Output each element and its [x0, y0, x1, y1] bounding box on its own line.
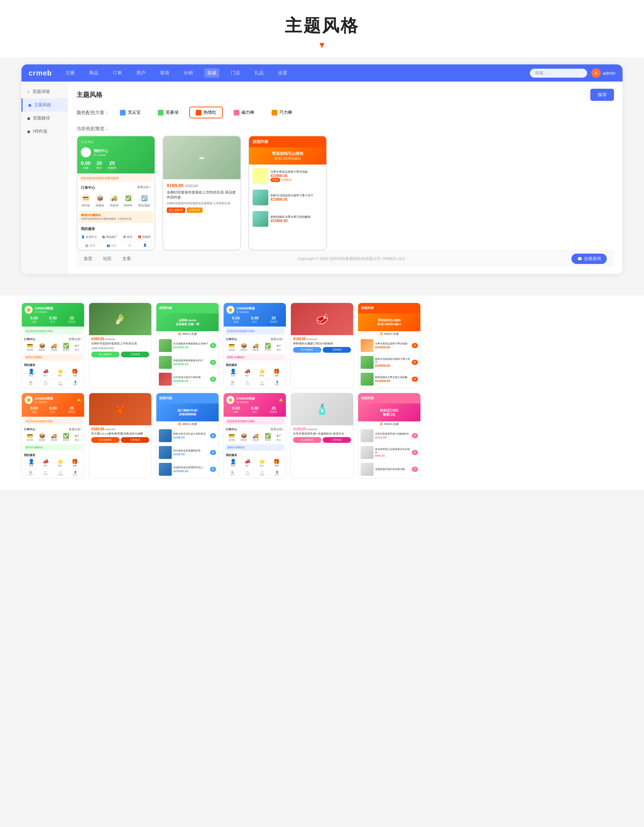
theme-name-pink: 磁力棒	[242, 109, 255, 115]
page-title-area: 主题风格 ▼	[0, 0, 644, 57]
arrow-down-icon: ▼	[0, 40, 644, 50]
preview-phones: 个人中心 我的中心 ID: 88888 0.00余额 20积分	[77, 136, 614, 250]
card-groupbuy-orange: 拼团列表 零添加纯毛山猪肉 静省口续消50减15 🔥 9999人在参 当季水果高…	[358, 303, 421, 389]
bottom-nav-home[interactable]: 首页	[84, 256, 92, 262]
admin-username: admin	[603, 70, 615, 76]
phone-product-img: 🛏	[163, 136, 241, 179]
preview-label: 当前色彩预览：	[77, 126, 614, 132]
nav-item-gifts[interactable]: 礼品	[252, 68, 267, 78]
mobile-grid-row2: 🙂 CRMEB商城ID: 888888 🔔 0.00余额 0.00积分 25优惠…	[22, 393, 622, 479]
h5-icon: ■	[27, 129, 30, 134]
phone-shop-name: 个人中心	[81, 140, 94, 145]
card-personal-green: 🙂 CRMEB商城ID: 888888 0.00余额 0.00积分 25优惠券 …	[22, 303, 84, 389]
theme-option-blue[interactable]: 无云宝	[113, 107, 147, 119]
theme-name-green: 芙蒼绿	[166, 109, 178, 115]
color-dot-blue	[120, 110, 126, 115]
theme-name-gold: 巧力棒	[280, 109, 292, 115]
card-personal-orange: 🙂 CRMEB商城ID: 888888 🔔 0.00余额 0.00积分 25优惠…	[22, 393, 84, 479]
color-dot-gold	[272, 110, 277, 115]
theme-option-pink[interactable]: 磁力棒	[227, 107, 261, 119]
admin-sidebar: ↑ 页面详情 ■ 主题风格 ■ 页面路径 ■ H5作选	[22, 81, 68, 274]
live-chat-icon: 💬	[577, 256, 583, 262]
theme-label: 颜色配色方案：	[77, 109, 109, 116]
sidebar-item-label: 页面详情	[33, 89, 50, 95]
theme-icon: ■	[28, 102, 31, 108]
admin-search-input[interactable]: 搜索...	[530, 69, 587, 78]
card-personal-blue: 🙂 CRMEB商城ID: 888888 0.00余额 0.00积分 25优惠券 …	[223, 303, 286, 389]
mobile-grid-section: 🙂 CRMEB商城ID: 888888 0.00余额 0.00积分 25优惠券 …	[0, 295, 644, 490]
live-chat-label: 在线咨询	[584, 256, 601, 262]
nav-item-distribution[interactable]: 分销	[181, 68, 196, 78]
nav-item-customer[interactable]: 客情	[157, 68, 172, 78]
live-chat-button[interactable]: 💬 在线咨询	[571, 254, 607, 264]
theme-name-blue: 无云宝	[128, 109, 141, 115]
sidebar-item-page-path[interactable]: ■ 页面路径	[22, 112, 67, 125]
nav-item-settings[interactable]: 设置	[275, 68, 290, 78]
phone-product-content: 🛏 ¥199.00 ¥100.00 全棉针织套装作套新款上市性价比高 床品套件四…	[163, 136, 241, 216]
card-groupbuy-seafood: 拼团列表 进口海鲜2件8折 深海招牌鲜购 🔥 9999人在参 新鲜大虾活冻礼盒大…	[156, 393, 219, 479]
sidebar-item-label: 主题风格	[34, 102, 51, 108]
phone-product-detail: 🛏 ¥199.00 ¥100.00 全棉针织套装作套新款上市性价比高 床品套件四…	[163, 136, 241, 250]
phone-personal-center: 个人中心 我的中心 ID: 88888 0.00余额 20积分	[77, 136, 155, 250]
page-path-icon: ■	[27, 115, 30, 121]
copyright: Copyright © 2020 深圳市快客网络科技有限公司 CRMEB v3.…	[298, 256, 404, 262]
admin-bottom-nav: 首页 社区 文章 Copyright © 2020 深圳市快客网络科技有限公司 …	[77, 250, 614, 267]
page-detail-icon: ↑	[27, 89, 30, 95]
phone-header-green: 个人中心 我的中心 ID: 88888 0.00余额 20积分	[77, 136, 155, 173]
gb-header-orange: 拼团列表	[249, 136, 326, 147]
color-dot-orange	[196, 110, 202, 115]
admin-body: ↑ 页面详情 ■ 主题风格 ■ 页面路径 ■ H5作选 主题风格 保存	[22, 81, 622, 274]
phone-groupbuy-orange: 拼团列表 零添加纯毛山猪肉 静省口续消50减15 当季水果高品质橙子季员包邮 ¥…	[248, 136, 327, 250]
theme-option-green[interactable]: 芙蒼绿	[152, 107, 185, 119]
sidebar-item-theme[interactable]: ■ 主题风格	[22, 98, 67, 112]
nav-item-register[interactable]: 注册	[63, 68, 78, 78]
theme-selector: 颜色配色方案： 无云宝 芙蒼绿 热情红 磁力棒	[77, 107, 614, 119]
admin-logo: crmeb	[29, 69, 52, 77]
nav-item-decoration[interactable]: 装修	[204, 68, 219, 78]
order-section: 订单中心查看全部 >	[77, 183, 155, 192]
card-groupbuy-pink: 拼团列表 MAIZCHO 挚爱口红 🔥 9999人在参 水乳护肤套装乳液+水磁精…	[358, 393, 421, 479]
admin-nav-right: 搜索... A admin	[530, 68, 615, 78]
mobile-grid-row1: 🙂 CRMEB商城ID: 888888 0.00余额 0.00积分 25优惠券 …	[22, 303, 622, 389]
bottom-nav-article[interactable]: 文章	[122, 256, 131, 262]
sidebar-item-page-detail[interactable]: ↑ 页面详情	[22, 85, 67, 98]
admin-content: 主题风格 保存 颜色配色方案： 无云宝 芙蒼绿 热情红	[68, 81, 622, 274]
theme-option-orange[interactable]: 热情红	[189, 107, 223, 119]
nav-item-users[interactable]: 用户	[133, 68, 148, 78]
card-product-crab: 🦀 ¥199.00 ¥100.00 帝王蟹4.0-2.8鲜利皇帝蟹活熟活特大锅蟹…	[89, 393, 152, 479]
admin-nav-items: 注册 商品 订单 用户 客情 分销 装修 门店 礼品 设置	[63, 68, 530, 78]
save-button[interactable]: 保存	[590, 89, 614, 101]
theme-option-gold[interactable]: 巧力棒	[265, 107, 299, 119]
sidebar-item-h5[interactable]: ■ H5作选	[22, 125, 67, 138]
card-product-bottle: 🧴 ¥199.00 ¥100.00 水乳护肤套装乳液+水磁精粉水 保湿补水 加入…	[291, 393, 353, 479]
page-title: 主题风格	[0, 14, 644, 37]
admin-user: A admin	[591, 68, 615, 78]
avatar: A	[591, 68, 601, 78]
color-dot-pink	[234, 110, 239, 115]
admin-panel: crmeb 注册 商品 订单 用户 客情 分销 装修 门店 礼品 设置 搜索..…	[22, 64, 622, 274]
bottom-nav-community[interactable]: 社区	[103, 256, 112, 262]
color-dot-green	[158, 110, 164, 115]
admin-nav: crmeb 注册 商品 订单 用户 客情 分销 装修 门店 礼品 设置 搜索..…	[22, 64, 622, 81]
content-title: 主题风格	[77, 91, 102, 99]
nav-item-store[interactable]: 门店	[228, 68, 243, 78]
card-product-spinach: 🥬 ¥199.00 ¥100.00 全棉针织套装作套新款上市性价比高 全棉针织套…	[89, 303, 152, 389]
card-product-meat-blue: 🥩 ¥199.00 ¥100.00 厚鲜猪肉火腿肠三明治火锅食材 加入购物车 立…	[291, 303, 353, 389]
card-groupbuy-green: 拼团列表 品质购 Health 品质蔬菜 活稿一番 🔥 9999人在参 东北黄糯…	[156, 303, 219, 389]
sidebar-item-label: 页面路径	[33, 115, 50, 121]
card-personal-pink: 🙂 CRMEB商城ID: 888888 🔔 0.00余额 0.00积分 25优惠…	[223, 393, 286, 479]
sidebar-item-label: H5作选	[33, 128, 47, 134]
content-header: 主题风格 保存	[77, 89, 614, 101]
nav-item-orders[interactable]: 订单	[110, 68, 125, 78]
theme-name-orange: 热情红	[203, 109, 216, 115]
nav-item-products[interactable]: 商品	[86, 68, 101, 78]
